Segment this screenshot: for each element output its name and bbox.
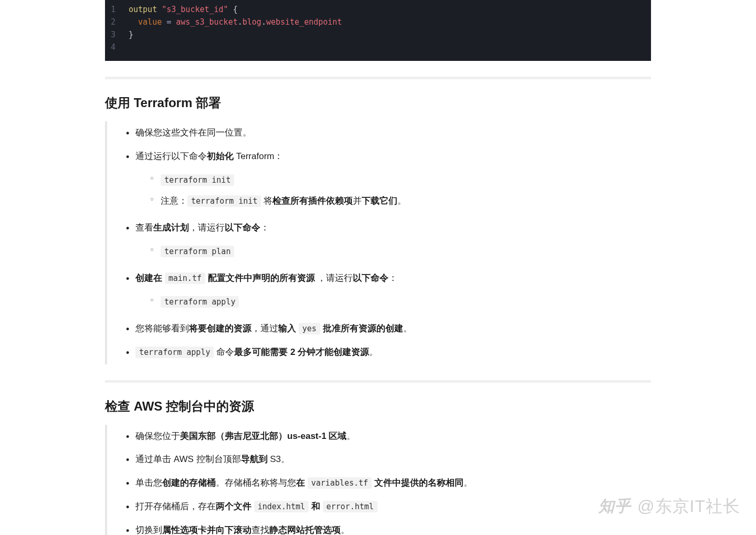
line-number: 1 xyxy=(105,3,129,16)
list-item: 单击您创建的存储桶。存储桶名称将与您在 variables.tf 文件中提供的名… xyxy=(128,471,651,495)
line-number: 2 xyxy=(105,16,129,28)
line-number: 3 xyxy=(105,28,129,41)
inline-code: yes xyxy=(299,323,320,334)
inline-code: main.tf xyxy=(165,272,205,284)
code-block: 1output "s3_bucket_id" {2 value = aws_s3… xyxy=(105,0,651,61)
code-line: 1output "s3_bucket_id" { xyxy=(105,3,651,16)
steps-check: 确保您位于美国东部（弗吉尼亚北部）us-east-1 区域。通过单击 AWS 控… xyxy=(105,425,651,536)
divider xyxy=(105,77,651,79)
list-item: 通过运行以下命令初始化 Terraform：terraform init注意：t… xyxy=(128,145,651,217)
list-item: 切换到属性选项卡并向下滚动查找静态网站托管选项。 xyxy=(128,519,651,535)
divider xyxy=(105,380,651,383)
inline-code: terraform init xyxy=(187,195,261,207)
list-item: 您将能够看到将要创建的资源，通过输入 yes 批准所有资源的创建。 xyxy=(128,317,651,341)
list-item: 注意：terraform init 将检查所有插件依赖项并下载它们。 xyxy=(153,191,651,212)
section-heading-deploy: 使用 Terraform 部署 xyxy=(105,92,651,114)
inline-code: terraform init xyxy=(161,174,234,186)
inline-code: terraform apply xyxy=(161,296,239,308)
code-line: 3} xyxy=(105,28,651,41)
inline-code: terraform apply xyxy=(135,347,214,358)
list-item: 创建在 main.tf 配置文件中声明的所有资源 ，请运行以下命令：terraf… xyxy=(128,267,651,317)
inline-code: error.html xyxy=(323,501,377,512)
list-item: 确保您位于美国东部（弗吉尼亚北部）us-east-1 区域。 xyxy=(128,425,651,448)
code-line: 4 xyxy=(105,41,651,54)
list-item: terraform apply xyxy=(153,291,651,313)
list-item: terraform plan xyxy=(153,241,651,263)
list-item: 确保您这些文件在同一位置。 xyxy=(128,121,651,145)
list-item: 查看生成计划，请运行以下命令：terraform plan xyxy=(128,216,651,267)
inline-code: terraform plan xyxy=(161,246,234,257)
list-item: 通过单击 AWS 控制台顶部导航到 S3。 xyxy=(128,448,651,471)
line-number: 4 xyxy=(105,41,129,54)
inline-code: variables.tf xyxy=(308,477,372,489)
section-heading-check: 检查 AWS 控制台中的资源 xyxy=(105,396,651,417)
list-item: 打开存储桶后，存在两个文件 index.html 和 error.html xyxy=(128,495,651,519)
list-item: terraform init xyxy=(153,170,651,191)
inline-code: index.html xyxy=(254,501,309,512)
code-line: 2 value = aws_s3_bucket.blog.website_end… xyxy=(105,16,651,28)
list-item: terraform apply 命令最多可能需要 2 分钟才能创建资源。 xyxy=(128,341,651,364)
steps-deploy: 确保您这些文件在同一位置。通过运行以下命令初始化 Terraform：terra… xyxy=(105,121,651,364)
